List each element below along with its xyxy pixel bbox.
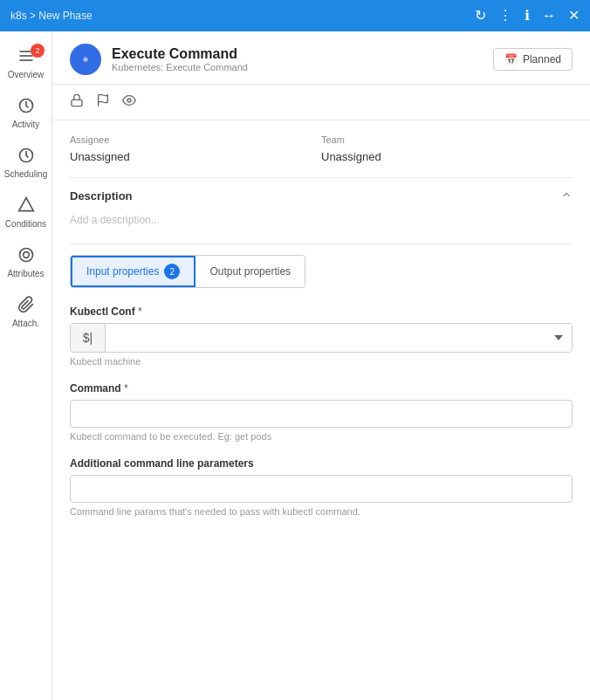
eye-icon[interactable]: [122, 93, 136, 111]
tab-output-properties[interactable]: Output properties: [196, 256, 305, 287]
lock-icon[interactable]: [70, 93, 84, 111]
divider-2: [70, 244, 573, 244]
attributes-icon: [17, 246, 35, 266]
more-icon[interactable]: ⋮: [498, 9, 512, 23]
status-label: Planned: [523, 53, 561, 65]
attach-icon: [17, 296, 35, 316]
main-content: Assignee Unassigned Team Unassigned Desc…: [52, 120, 590, 700]
kubectl-conf-input-wrapper: $|: [70, 323, 573, 353]
additional-params-input[interactable]: [70, 475, 573, 503]
info-icon[interactable]: ℹ: [525, 9, 530, 23]
tab-input-properties[interactable]: Input properties 2: [71, 256, 196, 287]
k8s-logo: ⎈: [70, 44, 101, 75]
content-area: ⎈ Execute Command Kubernetes: Execute Co…: [52, 31, 590, 700]
description-toggle[interactable]: [560, 189, 573, 203]
sidebar-item-overview[interactable]: Overview 2: [0, 38, 51, 88]
assign-row: Assignee Unassigned Team Unassigned: [70, 134, 573, 163]
sidebar-item-conditions[interactable]: Conditions: [0, 188, 51, 237]
team-col: Team Unassigned: [321, 134, 573, 163]
command-input[interactable]: [70, 400, 573, 428]
command-group: Command * Kubectl command to be executed…: [70, 382, 573, 442]
activity-icon: [17, 97, 35, 117]
svg-point-5: [23, 252, 29, 258]
command-label: Command *: [70, 382, 573, 395]
additional-params-group: Additional command line parameters Comma…: [70, 457, 573, 517]
header-text: Execute Command Kubernetes: Execute Comm…: [112, 46, 248, 72]
kubectl-conf-label: Kubectl Conf *: [70, 305, 573, 318]
close-icon[interactable]: ✕: [568, 9, 580, 23]
page-subtitle: Kubernetes: Execute Command: [112, 62, 248, 72]
output-tab-label: Output properties: [209, 265, 291, 278]
kubectl-conf-select[interactable]: [106, 324, 572, 352]
team-label: Team: [321, 134, 573, 145]
attributes-label: Attributes: [7, 269, 44, 278]
sidebar-item-attributes[interactable]: Attributes: [0, 237, 51, 287]
attach-label: Attach.: [12, 319, 39, 328]
sidebar-item-scheduling[interactable]: Scheduling: [0, 138, 51, 188]
scheduling-icon: [17, 147, 35, 167]
description-header: Description: [70, 189, 573, 203]
flag-icon[interactable]: [96, 93, 110, 111]
kubectl-conf-prefix: $|: [71, 324, 106, 352]
page-header: ⎈ Execute Command Kubernetes: Execute Co…: [52, 31, 590, 85]
svg-text:⎈: ⎈: [83, 54, 88, 64]
kubectl-conf-hint: Kubectl machine: [70, 356, 573, 367]
team-value[interactable]: Unassigned: [321, 150, 573, 163]
additional-params-hint: Command line params that's needed to pas…: [70, 506, 573, 517]
refresh-icon[interactable]: ↻: [475, 9, 486, 23]
top-bar-actions: ↻ ⋮ ℹ ↔ ✕: [475, 9, 580, 23]
description-title: Description: [70, 189, 133, 202]
status-button[interactable]: 📅 Planned: [493, 48, 573, 71]
properties-tabs: Input properties 2 Output properties: [70, 255, 305, 288]
description-section: Description Add a description...: [70, 189, 573, 230]
overview-label: Overview: [8, 70, 45, 79]
overview-badge: 2: [31, 44, 45, 58]
top-bar: k8s > New Phase ↻ ⋮ ℹ ↔ ✕: [0, 0, 590, 31]
scheduling-label: Scheduling: [4, 169, 47, 179]
input-tab-badge: 2: [164, 264, 180, 279]
assignee-col: Assignee Unassigned: [70, 134, 321, 163]
calendar-icon: 📅: [504, 53, 518, 65]
command-hint: Kubectl command to be executed. Eg: get …: [70, 431, 573, 442]
additional-params-label: Additional command line parameters: [70, 457, 573, 470]
svg-rect-9: [72, 100, 82, 106]
toolbar: [52, 85, 590, 120]
assignee-label: Assignee: [70, 134, 321, 145]
activity-label: Activity: [12, 120, 40, 129]
svg-point-6: [19, 249, 32, 262]
sidebar: Overview 2 Activity Scheduling: [0, 31, 52, 700]
breadcrumb: k8s > New Phase: [10, 10, 93, 22]
sidebar-item-activity[interactable]: Activity: [0, 88, 51, 138]
conditions-label: Conditions: [5, 219, 46, 229]
description-placeholder[interactable]: Add a description...: [70, 210, 573, 230]
conditions-icon: [17, 196, 35, 216]
kubectl-conf-group: Kubectl Conf * $| Kubectl machine: [70, 305, 573, 367]
header-left: ⎈ Execute Command Kubernetes: Execute Co…: [70, 44, 248, 75]
input-tab-label: Input properties: [86, 265, 159, 278]
divider-1: [70, 177, 573, 178]
svg-point-11: [127, 99, 131, 102]
expand-icon[interactable]: ↔: [542, 9, 556, 23]
assignee-value[interactable]: Unassigned: [70, 150, 321, 163]
page-title: Execute Command: [112, 46, 248, 62]
sidebar-item-attach[interactable]: Attach.: [0, 287, 51, 337]
